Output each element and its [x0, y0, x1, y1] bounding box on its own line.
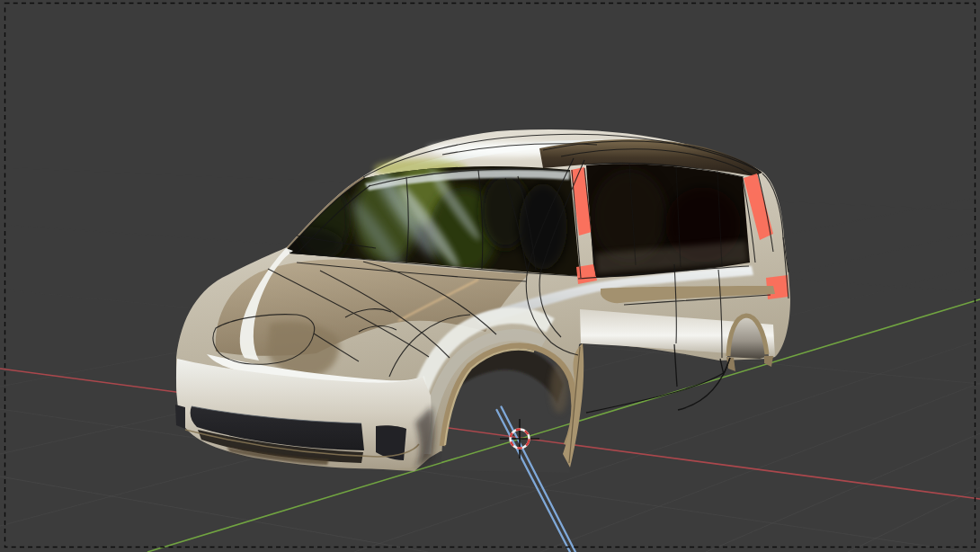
viewport-canvas[interactable]	[0, 0, 980, 552]
blender-3d-viewport[interactable]	[0, 0, 980, 552]
bumper-left-slot	[175, 405, 185, 429]
